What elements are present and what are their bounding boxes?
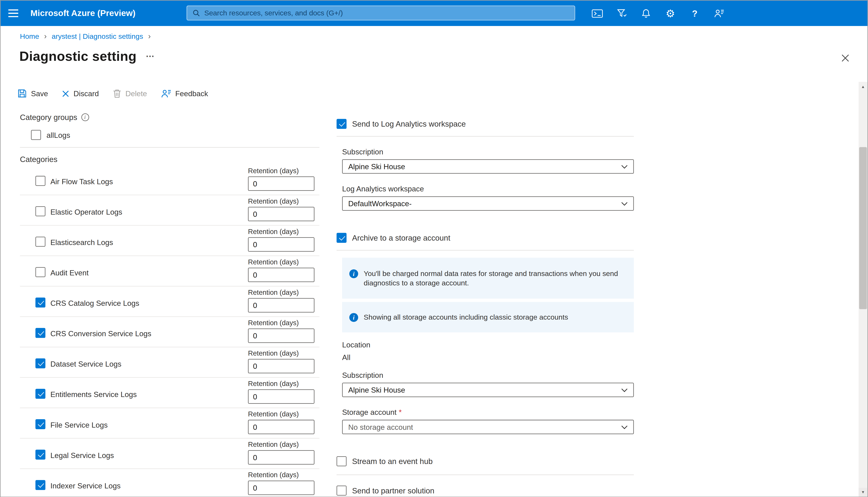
workspace-label: Log Analytics workspace — [342, 185, 634, 194]
notifications-button[interactable] — [634, 1, 658, 26]
category-row: Elasticsearch Logs Retention (days) — [20, 226, 319, 256]
bell-icon — [642, 9, 650, 18]
info-tooltip-icon[interactable]: i — [81, 113, 89, 121]
close-blade-button[interactable] — [839, 52, 852, 65]
category-groups-header: Category groups i — [20, 112, 319, 122]
divider — [336, 250, 634, 251]
classic-accounts-info-text: Showing all storage accounts including c… — [364, 312, 568, 322]
storage-subscription-dropdown[interactable]: Alpine Ski House — [342, 383, 634, 397]
storage-checkbox[interactable] — [336, 233, 346, 243]
categories-list: Air Flow Task Logs Retention (days) Elas… — [20, 165, 319, 497]
category-checkbox[interactable] — [36, 298, 45, 308]
delete-button[interactable]: Delete — [108, 84, 152, 103]
retention-input[interactable] — [248, 268, 315, 282]
destination-details-panel: Send to Log Analytics workspace Subscrip… — [336, 119, 634, 497]
category-checkbox[interactable] — [36, 450, 45, 459]
discard-button[interactable]: Discard — [57, 84, 104, 103]
category-row: CRS Catalog Service Logs Retention (days… — [20, 286, 319, 317]
global-search[interactable] — [187, 5, 575, 20]
retention-input[interactable] — [248, 481, 315, 495]
feedback-person-icon — [714, 9, 724, 18]
feedback-label: Feedback — [175, 89, 208, 98]
divider — [336, 474, 634, 475]
cloud-shell-button[interactable] — [585, 1, 609, 26]
chevron-right-icon: › — [148, 33, 151, 40]
scroll-up-arrow[interactable]: ▲ — [858, 82, 867, 90]
category-checkbox[interactable] — [36, 267, 45, 277]
storage-account-label-text: Storage account — [342, 408, 397, 416]
category-checkbox[interactable] — [36, 389, 45, 399]
retention-input[interactable] — [248, 298, 315, 313]
category-row: Indexer Service Logs Retention (days) — [20, 469, 319, 497]
retention-input[interactable] — [248, 176, 315, 191]
required-asterisk: * — [399, 408, 402, 416]
vertical-scrollbar[interactable]: ▲ ▼ — [858, 82, 867, 496]
retention-days-label: Retention (days) — [248, 288, 299, 296]
search-input[interactable] — [204, 9, 569, 17]
more-options-button[interactable]: … — [146, 49, 155, 59]
categories-panel: Category groups i allLogs Categories Air… — [20, 112, 319, 497]
category-checkbox[interactable] — [36, 480, 45, 490]
subscription-dropdown[interactable]: Alpine Ski House — [342, 159, 634, 174]
retention-input[interactable] — [248, 237, 315, 252]
retention-input[interactable] — [248, 389, 315, 404]
scrollbar-thumb[interactable] — [859, 147, 867, 309]
info-icon: i — [349, 313, 358, 322]
retention-days-label: Retention (days) — [248, 228, 299, 236]
storage-account-dropdown[interactable]: No storage account — [342, 420, 634, 434]
discard-x-icon — [62, 90, 69, 97]
chevron-down-icon — [621, 388, 628, 392]
scroll-down-arrow[interactable]: ▼ — [858, 487, 867, 496]
top-bar: Microsoft Azure (Preview) ⚙ ? — [1, 1, 867, 26]
trash-icon — [113, 89, 121, 98]
location-value: All — [342, 353, 634, 362]
retention-input[interactable] — [248, 420, 315, 434]
storage-destination-row: Archive to a storage account — [336, 233, 634, 243]
portal-menu-button[interactable] — [1, 1, 26, 26]
retention-days-label: Retention (days) — [248, 319, 299, 327]
storage-subscription-value: Alpine Ski House — [348, 386, 405, 394]
delete-label: Delete — [125, 89, 147, 98]
event-hub-destination-row: Stream to an event hub — [336, 456, 634, 466]
category-label: Indexer Service Logs — [51, 482, 121, 490]
breadcrumb-home-link[interactable]: Home — [20, 32, 39, 40]
log-analytics-checkbox[interactable] — [336, 119, 346, 129]
subscription-value: Alpine Ski House — [348, 162, 405, 171]
retention-input[interactable] — [248, 359, 315, 373]
partner-destination-row: Send to partner solution — [336, 486, 634, 496]
retention-input[interactable] — [248, 329, 315, 343]
info-icon: i — [349, 269, 358, 278]
workspace-dropdown[interactable]: DefaultWorkspace- — [342, 196, 634, 211]
partner-checkbox[interactable] — [336, 486, 346, 496]
category-checkbox[interactable] — [36, 328, 45, 338]
category-label: File Service Logs — [51, 421, 108, 429]
retention-days-label: Retention (days) — [248, 441, 299, 449]
retention-input[interactable] — [248, 450, 315, 465]
azure-portal-window: Microsoft Azure (Preview) ⚙ ? — [0, 0, 868, 497]
retention-days-label: Retention (days) — [248, 197, 299, 205]
category-checkbox[interactable] — [36, 419, 45, 429]
category-checkbox[interactable] — [36, 206, 45, 216]
feedback-button[interactable] — [707, 1, 731, 26]
retention-input[interactable] — [248, 207, 315, 221]
retention-days-label: Retention (days) — [248, 410, 299, 418]
directory-filter-button[interactable] — [609, 1, 634, 26]
breadcrumb-diagnostic-settings-link[interactable]: arystest | Diagnostic settings — [52, 32, 143, 40]
feedback-toolbar-button[interactable]: Feedback — [156, 84, 213, 103]
category-checkbox[interactable] — [36, 358, 45, 368]
save-label: Save — [31, 89, 48, 98]
category-checkbox[interactable] — [36, 176, 45, 186]
event-hub-label: Stream to an event hub — [352, 456, 432, 466]
category-checkbox[interactable] — [36, 237, 45, 247]
storage-account-label: Storage account* — [342, 408, 634, 417]
alllogs-checkbox[interactable] — [31, 130, 41, 140]
help-button[interactable]: ? — [683, 1, 707, 26]
retention-days-label: Retention (days) — [248, 167, 299, 175]
settings-button[interactable]: ⚙ — [658, 1, 683, 26]
save-disk-icon — [18, 89, 26, 98]
save-button[interactable]: Save — [13, 84, 53, 103]
category-row: Audit Event Retention (days) — [20, 256, 319, 286]
category-label: Elasticsearch Logs — [51, 238, 113, 246]
event-hub-checkbox[interactable] — [336, 456, 346, 466]
category-label: Audit Event — [51, 269, 89, 277]
